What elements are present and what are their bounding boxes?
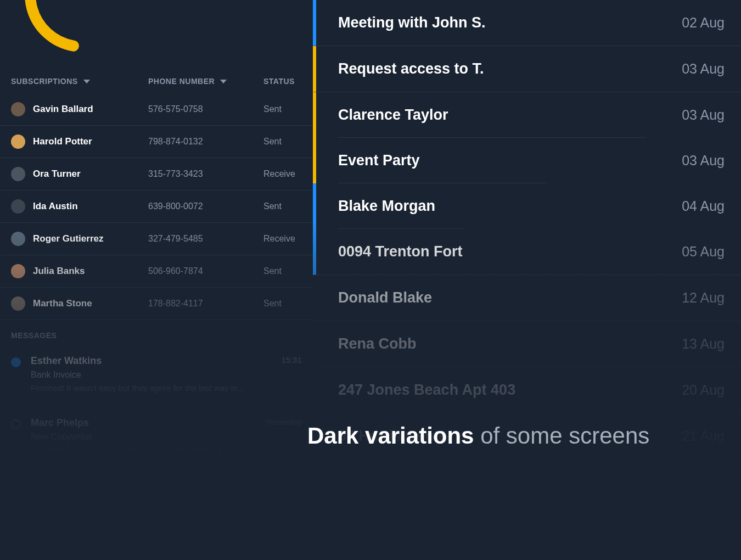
event-title: Request access to T. bbox=[338, 60, 484, 77]
svg-point-0 bbox=[19, 0, 147, 58]
event-date: 20 Aug bbox=[682, 382, 725, 398]
status-value: Sent bbox=[263, 137, 302, 147]
column-header-label: PHONE NUMBER bbox=[148, 77, 215, 86]
event-date: 03 Aug bbox=[682, 61, 725, 77]
event-title: Clarence Taylor bbox=[338, 107, 448, 124]
subscriber-name: Ida Austin bbox=[33, 201, 78, 212]
event-date: 12 Aug bbox=[682, 290, 725, 306]
table-row[interactable]: Harold Potter 798-874-0132 Sent bbox=[0, 126, 313, 158]
event-item[interactable]: 247 Jones Beach Apt 403 20 Aug bbox=[313, 367, 741, 413]
status-value: Receive bbox=[263, 169, 302, 179]
event-date: 04 Aug bbox=[682, 198, 725, 214]
phone-number: 506-960-7874 bbox=[148, 266, 263, 276]
event-date: 05 Aug bbox=[682, 244, 725, 260]
column-header-status[interactable]: STATUS bbox=[263, 77, 302, 86]
status-value: Sent bbox=[263, 299, 302, 309]
avatar bbox=[11, 102, 25, 116]
event-title: Donald Blake bbox=[338, 289, 432, 306]
event-title: Event Party bbox=[338, 152, 420, 169]
phone-number: 639-800-0072 bbox=[148, 201, 263, 211]
event-date: 13 Aug bbox=[682, 336, 725, 352]
status-value: Sent bbox=[263, 104, 302, 114]
message-preview: Finished! It wasn't easy but they agree … bbox=[31, 383, 302, 393]
phone-number: 178-882-4117 bbox=[148, 299, 263, 309]
table-header: SUBSCRIPTIONS PHONE NUMBER STATUS bbox=[0, 66, 313, 93]
event-title: Rena Cobb bbox=[338, 335, 417, 352]
sort-icon bbox=[83, 80, 90, 83]
table-row[interactable]: Ora Turner 315-773-3423 Receive bbox=[0, 158, 313, 191]
subscriber-name: Ora Turner bbox=[33, 169, 81, 180]
event-item[interactable]: Event Party 03 Aug bbox=[313, 138, 741, 183]
message-time: 15:31 bbox=[281, 355, 302, 367]
column-header-label: SUBSCRIPTIONS bbox=[11, 77, 78, 86]
event-date: 02 Aug bbox=[682, 15, 725, 31]
event-item[interactable]: 0094 Trenton Fort 05 Aug bbox=[313, 229, 741, 275]
event-item[interactable]: Donald Blake 12 Aug bbox=[313, 275, 741, 321]
event-item[interactable]: Meeting with John S. 02 Aug bbox=[313, 0, 741, 46]
avatar bbox=[11, 264, 25, 278]
event-item[interactable]: Clarence Taylor 03 Aug bbox=[313, 92, 741, 138]
event-title: 0094 Trenton Fort bbox=[338, 243, 463, 260]
message-sender: Marc Phelps bbox=[31, 417, 89, 429]
caption-rest: of some screens bbox=[474, 423, 649, 449]
message-time: Yesterday bbox=[266, 417, 302, 429]
logo-area bbox=[0, 0, 313, 66]
subscriber-name: Gavin Ballard bbox=[33, 104, 93, 115]
message-sender: Esther Watkins bbox=[31, 355, 102, 367]
subscriber-name: Roger Gutierrez bbox=[33, 233, 103, 244]
message-item[interactable]: Marc Phelps Yesterday New Copywriter I'm… bbox=[11, 412, 302, 460]
sort-icon bbox=[220, 80, 227, 83]
phone-number: 576-575-0758 bbox=[148, 104, 263, 114]
phone-number: 315-773-3423 bbox=[148, 169, 263, 179]
table-row[interactable]: Ida Austin 639-800-0072 Sent bbox=[0, 191, 313, 223]
avatar bbox=[11, 296, 25, 311]
subscriber-name: Harold Potter bbox=[33, 136, 92, 147]
event-title: 247 Jones Beach Apt 403 bbox=[338, 382, 515, 399]
status-value: Sent bbox=[263, 266, 302, 276]
column-header-label: STATUS bbox=[263, 77, 295, 86]
column-header-phone[interactable]: PHONE NUMBER bbox=[148, 77, 263, 86]
table-row[interactable]: Martha Stone 178-882-4117 Sent bbox=[0, 288, 313, 320]
event-title: Meeting with John S. bbox=[338, 14, 486, 31]
messages-header: MESSAGES bbox=[11, 331, 302, 340]
message-preview: I'm sending you few examples of ours new… bbox=[31, 445, 302, 455]
phone-number: 798-874-0132 bbox=[148, 137, 263, 147]
event-title: Blake Morgan bbox=[338, 198, 435, 215]
logo-icon bbox=[16, 0, 148, 60]
caption: Dark variations of some screens bbox=[307, 423, 649, 449]
divider bbox=[31, 405, 102, 405]
table-row[interactable]: Julia Banks 506-960-7874 Sent bbox=[0, 255, 313, 288]
avatar bbox=[11, 135, 25, 149]
avatar bbox=[11, 199, 25, 214]
event-date: 03 Aug bbox=[682, 153, 725, 169]
event-item[interactable]: Request access to T. 03 Aug bbox=[313, 46, 741, 92]
event-item[interactable]: Rena Cobb 13 Aug bbox=[313, 321, 741, 367]
table-row[interactable]: Gavin Ballard 576-575-0758 Sent bbox=[0, 93, 313, 126]
phone-number: 327-479-5485 bbox=[148, 234, 263, 244]
unread-dot-icon bbox=[11, 357, 21, 367]
event-date: 21 Aug bbox=[682, 428, 725, 444]
message-item[interactable]: Esther Watkins 15:31 Bank Invoice Finish… bbox=[11, 350, 302, 398]
table-row[interactable]: Roger Gutierrez 327-479-5485 Receive bbox=[0, 223, 313, 255]
status-value: Sent bbox=[263, 201, 302, 211]
status-value: Receive bbox=[263, 234, 302, 244]
read-dot-icon bbox=[11, 419, 21, 429]
message-subject: New Copywriter bbox=[31, 432, 302, 442]
avatar bbox=[11, 167, 25, 181]
subscriber-name: Martha Stone bbox=[33, 298, 92, 309]
caption-bold: Dark variations bbox=[307, 423, 474, 449]
avatar bbox=[11, 232, 25, 246]
event-date: 03 Aug bbox=[682, 107, 725, 123]
column-header-subscriptions[interactable]: SUBSCRIPTIONS bbox=[11, 77, 148, 86]
subscriber-name: Julia Banks bbox=[33, 266, 85, 277]
event-item[interactable]: Blake Morgan 04 Aug bbox=[313, 183, 741, 229]
message-subject: Bank Invoice bbox=[31, 370, 302, 380]
